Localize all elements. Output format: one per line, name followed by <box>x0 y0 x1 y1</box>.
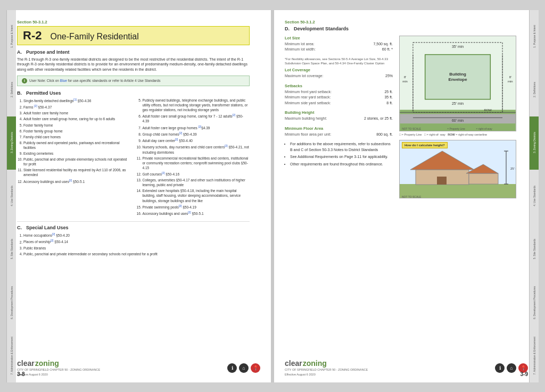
left-page: Section 50-3.1.2 R-2 One-Family Resident… <box>6 10 271 382</box>
tab-definitions-left[interactable]: 2. Definitions <box>6 63 16 116</box>
right-footer-sub1: CITY OF SPRINGFIELD CHAPTER 50 - ZONING … <box>285 368 368 372</box>
zone-code: R-2 <box>23 29 42 43</box>
svg-text:min: min <box>402 80 408 83</box>
use-21: Colleges, universities §50-4.17 and othe… <box>143 178 250 187</box>
map-footer-icon[interactable]: 📍 <box>251 363 260 373</box>
svg-text:25' max: 25' max <box>510 167 516 170</box>
tab-use-right[interactable]: 4. Use Standards <box>529 170 539 223</box>
building-height-title: Building Height <box>285 110 393 115</box>
tab-definitions-right[interactable]: 2. Definitions <box>529 63 539 116</box>
left-side-tabs: 1. Purpose & Intent 2. Definitions 3. Zo… <box>6 10 16 382</box>
left-footer: clearzoning CITY OF SPRINGFIELD CHAPTER … <box>17 359 260 377</box>
use-24: Accessory buildings and uses[2] §50-5.1 <box>143 211 250 216</box>
site-diagram: Building Envelope 35' min 8' min 8' min … <box>399 36 516 131</box>
home-footer-icon-right[interactable]: ⌂ <box>507 363 516 373</box>
svg-text:NOT TO SCALE: NOT TO SCALE <box>402 128 422 130</box>
section-b-header: B. Permitted Uses <box>17 90 250 96</box>
height-diagram: How do I calculate height? <box>399 140 516 198</box>
info-footer-icon-right[interactable]: ℹ <box>495 363 505 373</box>
right-page: Section 50-3.1.2 D. Development Standard… <box>274 10 539 382</box>
svg-text:Envelope: Envelope <box>448 77 467 82</box>
right-section-label: Section 50-3.1.2 <box>285 20 516 24</box>
tab-dev-right[interactable]: 6. Development Procedures <box>529 276 539 329</box>
lot-coverage-row: Maximum lot coverage: 25% <box>285 73 393 79</box>
dev-standards-left: Lot Size Minimum lot area: 7,500 sq. ft.… <box>285 36 393 198</box>
use-23: Private swimming pools[2] §50-4.19 <box>143 204 250 210</box>
use-17: Adult day care center[2] §50-4.40 <box>143 138 250 143</box>
tab-use-left[interactable]: 4. Use Standards <box>6 170 16 223</box>
setbacks-group: Setbacks Minimum front yard setback: 25 … <box>285 84 393 106</box>
left-section-label: Section 50-3.1.2 <box>17 20 250 24</box>
home-footer-icon[interactable]: ⌂ <box>239 363 249 373</box>
use-18: Nursery schools, day nurseries and child… <box>143 144 250 154</box>
svg-text:ROW: ROW <box>484 109 492 112</box>
section-c-header: C. Special Land Uses <box>17 225 250 230</box>
svg-text:= Property Line: = Property Line <box>447 128 465 130</box>
use-2: Farms [2] §50-4.37 <box>23 104 131 110</box>
use-22: Extended care hospitals §50-4.18, includ… <box>143 188 250 203</box>
section-a-body: The R-1 through R-3 one-family residenti… <box>17 57 250 72</box>
right-footer-brand: clearzoning <box>285 359 368 368</box>
left-footer-icons: ℹ ⌂ 📍 <box>227 363 260 373</box>
section-c-letter: C. <box>17 225 22 230</box>
use-10: Public, parochial and other private elem… <box>23 157 131 166</box>
svg-text:8': 8' <box>404 76 406 79</box>
bullet-2: See Additional Requirements on Page 3-11… <box>290 154 393 160</box>
lot-coverage-group: Lot Coverage Maximum lot coverage: 25% <box>285 68 393 79</box>
min-floor-area-group: Minimum Floor Area Minimum floor area pe… <box>285 126 393 138</box>
site-diagram-svg: Building Envelope 35' min 8' min 8' min … <box>400 36 516 131</box>
right-page-number: 3-9 <box>521 371 528 377</box>
use-7: Family child care homes <box>23 135 131 139</box>
lot-coverage-title: Lot Coverage <box>285 68 393 72</box>
tab-purpose-left[interactable]: 1. Purpose & Intent <box>6 10 16 63</box>
svg-text:25' min: 25' min <box>452 101 464 105</box>
tab-dev-left[interactable]: 6. Development Procedures <box>6 276 16 329</box>
dev-standards-right: Building Envelope 35' min 8' min 8' min … <box>399 36 516 198</box>
zone-name: One-Family Residential <box>50 32 138 41</box>
lot-area-row: Minimum lot area: 7,500 sq. ft. <box>285 41 393 47</box>
page-title-box: R-2 One-Family Residential <box>17 26 250 45</box>
right-footer-sub2: Effective August 6 2020 <box>285 373 368 377</box>
dev-standards-section: Lot Size Minimum lot area: 7,500 sq. ft.… <box>285 36 516 198</box>
special-land-uses-list: Home occupations[2] §50-4.20 Places of w… <box>17 232 250 256</box>
left-footer-brand: clearzoning <box>17 359 100 368</box>
min-floor-area-title: Minimum Floor Area <box>285 126 393 131</box>
side-setback-row: Minimum side yard setback: 8 ft. <box>285 101 393 106</box>
tab-admin-left[interactable]: 7. Administration & Enforcement <box>6 329 16 382</box>
tab-admin-right[interactable]: 7. Administration & Enforcement <box>529 329 539 382</box>
building-height-row: Maximum building height: 2 stories, or 2… <box>285 116 393 122</box>
info-footer-icon[interactable]: ℹ <box>227 363 237 373</box>
rear-setback-row: Minimum rear yard setback: 35 ft. <box>285 95 393 101</box>
section-a-header: A. Purpose and Intent <box>17 49 250 55</box>
tab-purpose-right[interactable]: 1. Purpose & Intent <box>529 10 539 63</box>
tab-zoning-left[interactable]: 3. Zoning Districts <box>6 116 16 170</box>
use-5: Foster family home <box>23 123 131 128</box>
bullet-1: For additions to the above requirements,… <box>290 141 393 153</box>
tab-site-left[interactable]: 5. Site Standards <box>6 223 16 276</box>
use-16: Group child care homes[2] §50-4.39 <box>143 131 250 137</box>
use-13: Publicly owned buildings, telephone exch… <box>143 98 250 112</box>
use-6: Foster family group home <box>23 129 131 134</box>
use-3: Adult foster care family home <box>23 111 131 115</box>
tab-zoning-right[interactable]: 3. Zoning Districts <box>529 116 539 170</box>
special-3: Public libraries <box>23 246 250 251</box>
right-footer: clearzoning CITY OF SPRINGFIELD CHAPTER … <box>285 359 528 377</box>
book-spread: Section 50-3.1.2 R-2 One-Family Resident… <box>6 10 539 382</box>
tab-site-right[interactable]: 5. Site Standards <box>529 223 539 276</box>
min-floor-area-row: Minimum floor area per unit: 800 sq. ft. <box>285 132 393 138</box>
lot-width-row: Minimum lot width: 60 ft. * <box>285 47 393 53</box>
svg-text:NOT TO SCALE: NOT TO SCALE <box>402 195 422 198</box>
use-11: State licensed residential facility as r… <box>23 168 131 177</box>
diagram-legend: □ = Property Line □ = right-of- way ROW … <box>399 132 516 137</box>
svg-text:min: min <box>508 80 513 83</box>
height-diagram-svg: 25' max NOT TO SCALE <box>400 140 516 198</box>
use-9: Existing cemeteries <box>23 151 131 156</box>
section-a-title: Purpose and Intent <box>26 49 70 55</box>
svg-text:35' min: 35' min <box>452 44 464 48</box>
use-4: Adult foster care small group home, cari… <box>23 116 131 121</box>
svg-text:60' min: 60' min <box>452 119 464 122</box>
info-box: i User Note: Click on Blue for use-speci… <box>17 76 250 86</box>
section-d-title: Development Standards <box>294 26 349 31</box>
front-setback-row: Minimum front yard setback: 25 ft. <box>285 89 393 95</box>
svg-rect-28 <box>469 173 498 184</box>
